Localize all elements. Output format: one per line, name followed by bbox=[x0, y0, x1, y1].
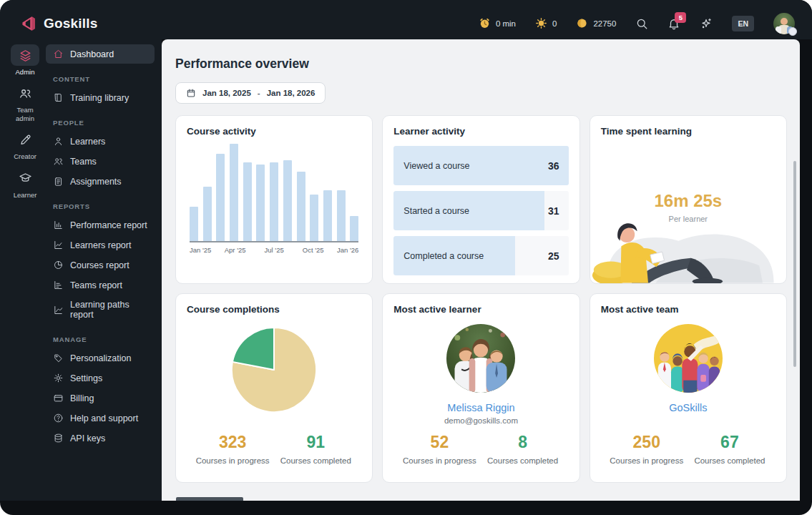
topbar-counter[interactable]: 22750 bbox=[576, 17, 616, 29]
bar-May25 bbox=[243, 162, 252, 241]
topbar: Goskills 0 min022750 5 EN bbox=[0, 0, 812, 39]
rail-item-team-admin[interactable]: Team admin bbox=[9, 82, 41, 122]
credit-card-icon bbox=[53, 393, 64, 403]
activity-value: 25 bbox=[548, 250, 559, 262]
clipboard-icon bbox=[53, 176, 64, 187]
content-scrollbar[interactable] bbox=[793, 161, 796, 367]
card-course-completions: Course completions 323Courses in progres… bbox=[175, 293, 373, 483]
user-avatar[interactable] bbox=[773, 13, 795, 34]
sidebar-item-label: API keys bbox=[70, 433, 105, 443]
stat-value: 52 bbox=[398, 433, 481, 452]
nav-section-header: MANAGE bbox=[53, 335, 155, 343]
sidebar-item-performance-report[interactable]: Performance report bbox=[46, 215, 155, 235]
activity-label: Started a course bbox=[403, 206, 469, 216]
app-window: Goskills 0 min022750 5 EN bbox=[0, 0, 812, 515]
x-axis-tick: Apr '25 bbox=[225, 246, 246, 254]
sidebar-item-api-keys[interactable]: API keys bbox=[46, 428, 155, 448]
card-title: Most active learner bbox=[393, 304, 568, 315]
bar-Jun25 bbox=[256, 165, 265, 241]
sidebar-item-label: Dashboard bbox=[70, 49, 114, 59]
bar-Apr25 bbox=[230, 144, 238, 241]
search-icon[interactable] bbox=[635, 17, 648, 30]
language-selector[interactable]: EN bbox=[732, 16, 754, 31]
sidebar-item-personalization[interactable]: Personalization bbox=[46, 348, 155, 368]
learner-photo bbox=[446, 324, 515, 393]
hbar-chart-icon bbox=[53, 280, 64, 290]
sidebar-item-help-and-support[interactable]: Help and support bbox=[46, 408, 155, 428]
notifications-bell-icon[interactable]: 5 bbox=[667, 17, 680, 30]
sidebar-item-label: Assignments bbox=[70, 177, 122, 187]
sidebar-item-billing[interactable]: Billing bbox=[46, 388, 155, 408]
bar-chart-icon bbox=[53, 220, 64, 230]
person-icon bbox=[53, 136, 64, 147]
bar-Jan25 bbox=[190, 207, 198, 241]
sidebar-item-label: Help and support bbox=[70, 413, 138, 423]
avatar-mini-badge bbox=[788, 27, 797, 36]
sidebar-item-label: Learners report bbox=[70, 240, 131, 250]
bar-Jul25 bbox=[270, 162, 278, 241]
learner-activity-row: Completed a course25 bbox=[393, 236, 568, 275]
card-title: Time spent learning bbox=[601, 126, 776, 137]
sidebar-item-learners-report[interactable]: Learners report bbox=[46, 235, 155, 255]
bar-Nov25 bbox=[323, 190, 332, 241]
sidebar-item-courses-report[interactable]: Courses report bbox=[46, 255, 155, 275]
card-title: Most active team bbox=[601, 304, 776, 315]
team-name-link[interactable]: GoSkills bbox=[601, 402, 776, 413]
x-axis-tick: Oct '25 bbox=[303, 246, 324, 254]
stat-value: 91 bbox=[274, 433, 357, 452]
home-icon bbox=[53, 49, 64, 59]
date-range-picker[interactable]: Jan 18, 2025 - Jan 18, 2026 bbox=[175, 82, 326, 104]
sidebar-item-assignments[interactable]: Assignments bbox=[46, 172, 155, 191]
activity-value: 36 bbox=[548, 160, 559, 172]
stat-value: 8 bbox=[481, 433, 564, 452]
sidebar-item-teams[interactable]: Teams bbox=[46, 152, 155, 171]
sidebar-item-learning-paths-report[interactable]: Learning paths report bbox=[46, 295, 155, 324]
course-activity-bar-chart: Jan '25Apr '25Jul '25Oct '25Jan '26 bbox=[187, 144, 361, 273]
learner-name-link[interactable]: Melissa Riggin bbox=[393, 402, 568, 413]
learner-activity-bars: Viewed a course36Started a course31Compl… bbox=[393, 146, 568, 275]
book-icon bbox=[53, 92, 64, 103]
rail-item-label: Learner bbox=[9, 191, 41, 199]
bar-Aug25 bbox=[283, 160, 292, 241]
completions-stats: 323Courses in progress91Courses complete… bbox=[187, 433, 361, 472]
stat-label: Courses in progress bbox=[605, 456, 688, 465]
topbar-counters: 0 min022750 bbox=[479, 17, 617, 29]
pie-slice-courses-completed bbox=[233, 328, 274, 370]
brand-name: Goskills bbox=[44, 16, 98, 31]
nav-section-header: CONTENT bbox=[53, 75, 155, 83]
sidebar-item-label: Teams report bbox=[70, 280, 122, 290]
topbar-counter[interactable]: 0 min bbox=[479, 17, 516, 29]
rail-item-admin[interactable]: Admin bbox=[9, 44, 41, 76]
time-spent-caption: Per learner bbox=[601, 215, 776, 223]
line-chart-icon bbox=[53, 240, 64, 250]
sparkles-icon[interactable] bbox=[700, 17, 713, 30]
sidebar-item-settings[interactable]: Settings bbox=[46, 368, 155, 388]
counter-label: 0 bbox=[552, 19, 557, 28]
nav-section-header: REPORTS bbox=[53, 202, 155, 210]
date-range-separator: - bbox=[258, 89, 260, 97]
notification-badge: 5 bbox=[675, 12, 686, 23]
course-completions-pie-chart bbox=[187, 323, 361, 416]
sidebar-item-training-library[interactable]: Training library bbox=[46, 88, 155, 107]
stat-label: Courses completed bbox=[481, 456, 564, 465]
sidebar-item-label: Billing bbox=[70, 393, 94, 403]
nav-section-header: PEOPLE bbox=[53, 119, 155, 127]
sidebar-item-learners[interactable]: Learners bbox=[46, 132, 155, 151]
x-axis-tick: Jan '26 bbox=[337, 246, 358, 254]
coin-icon bbox=[576, 17, 588, 29]
date-range-end: Jan 18, 2026 bbox=[267, 89, 315, 97]
rail-item-creator[interactable]: Creator bbox=[9, 129, 41, 160]
pie-chart-icon bbox=[53, 260, 64, 270]
stat-label: Courses completed bbox=[688, 456, 771, 465]
team-illustration bbox=[654, 324, 723, 393]
brand[interactable]: Goskills bbox=[19, 14, 98, 33]
topbar-counter[interactable]: 0 bbox=[535, 17, 557, 29]
sidebar-item-teams-report[interactable]: Teams report bbox=[46, 275, 155, 295]
bar-Oct25 bbox=[310, 195, 318, 241]
learner-activity-row: Viewed a course36 bbox=[393, 146, 568, 185]
stat: 8Courses completed bbox=[481, 433, 564, 465]
sidebar-item-label: Learning paths report bbox=[70, 300, 147, 320]
stat-label: Courses in progress bbox=[191, 456, 274, 465]
rail-item-learner[interactable]: Learner bbox=[9, 167, 41, 199]
sidebar-item-dashboard[interactable]: Dashboard bbox=[46, 44, 155, 64]
